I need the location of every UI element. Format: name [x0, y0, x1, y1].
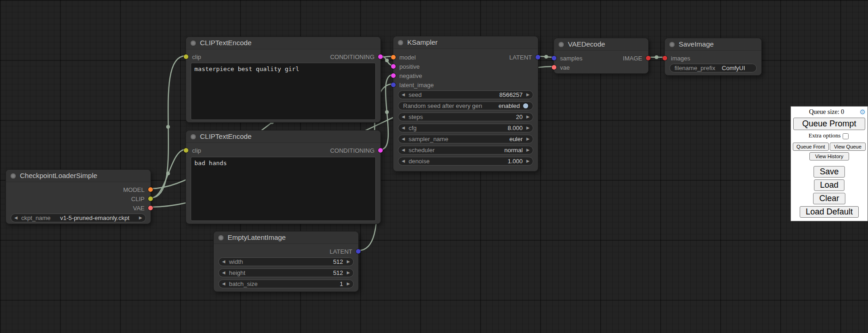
output-port-conditioning[interactable] [378, 148, 383, 153]
queue-front-button[interactable]: Queue Front [793, 143, 829, 151]
node-clip-text-encode-negative[interactable]: CLIPTextEncode clip CONDITIONING bad han… [186, 130, 381, 224]
increment-icon[interactable]: ▶ [347, 268, 350, 277]
node-title: KSampler [407, 38, 438, 46]
node-title-bar[interactable]: CLIPTextEncode [186, 37, 380, 49]
node-title-bar[interactable]: VAEDecode [554, 38, 648, 51]
decrement-icon[interactable]: ◀ [222, 268, 225, 277]
input-port-latent-image[interactable] [391, 83, 396, 87]
combo-prev-icon[interactable]: ◀ [402, 135, 405, 143]
input-port-images[interactable] [663, 56, 667, 60]
output-port-image[interactable] [646, 56, 651, 60]
extra-options-checkbox[interactable] [843, 133, 849, 139]
increment-icon[interactable]: ▶ [526, 157, 530, 166]
batch-size-widget[interactable]: ◀ batch_size 1 ▶ [218, 279, 354, 288]
node-title: CLIPTextEncode [200, 132, 252, 140]
widget-value: 8.000 [508, 125, 523, 131]
input-port-model[interactable] [391, 55, 396, 59]
slot-row: images [665, 54, 761, 63]
slot-row: latent_image [393, 80, 538, 89]
input-port-vae[interactable] [552, 65, 556, 70]
node-empty-latent-image[interactable]: EmptyLatentImage LATENT ◀ width 512 ▶ ◀ … [213, 231, 359, 292]
ckpt-name-widget[interactable]: ◀ ckpt_name v1-5-pruned-emaonly.ckpt ▶ [11, 214, 146, 222]
filename-prefix-widget[interactable]: filename_prefix ComfyUI [669, 64, 757, 72]
collapse-dot-icon[interactable] [669, 42, 675, 47]
collapse-dot-icon[interactable] [559, 42, 564, 47]
input-label-clip: clip [192, 147, 201, 154]
input-port-positive[interactable] [391, 64, 396, 69]
collapse-dot-icon[interactable] [218, 235, 223, 240]
view-history-button[interactable]: View History [809, 152, 850, 161]
combo-next-icon[interactable]: ▶ [526, 135, 530, 143]
node-save-image[interactable]: SaveImage images filename_prefix ComfyUI [664, 38, 762, 76]
output-port-model[interactable] [148, 187, 153, 192]
sampler-name-widget[interactable]: ◀ sampler_name euler ▶ [398, 135, 533, 143]
increment-icon[interactable]: ▶ [347, 257, 350, 266]
node-title-bar[interactable]: SaveImage [665, 38, 761, 51]
clear-button[interactable]: Clear [813, 193, 845, 204]
increment-icon[interactable]: ▶ [526, 113, 530, 121]
load-button[interactable]: Load [814, 179, 844, 191]
output-label-conditioning: CONDITIONING [330, 54, 374, 60]
input-port-clip[interactable] [184, 54, 188, 59]
extra-options-label: Extra options [808, 132, 841, 139]
save-button[interactable]: Save [814, 166, 844, 178]
decrement-icon[interactable]: ◀ [402, 90, 405, 99]
widget-label: width [229, 258, 243, 265]
collapse-dot-icon[interactable] [398, 40, 403, 45]
node-vae-decode[interactable]: VAEDecode samples IMAGE vae [554, 38, 649, 74]
input-port-samples[interactable] [552, 56, 556, 60]
slot-row: vae [554, 63, 648, 72]
decrement-icon[interactable]: ◀ [402, 113, 405, 121]
load-default-button[interactable]: Load Default [800, 206, 859, 218]
node-ksampler[interactable]: KSampler model LATENT positive negative … [393, 36, 538, 172]
steps-widget[interactable]: ◀ steps 20 ▶ [398, 113, 533, 121]
view-queue-button[interactable]: View Queue [830, 143, 866, 151]
input-label-clip: clip [192, 54, 201, 60]
width-widget[interactable]: ◀ width 512 ▶ [218, 257, 354, 266]
collapse-dot-icon[interactable] [191, 134, 196, 139]
height-widget[interactable]: ◀ height 512 ▶ [218, 268, 354, 277]
input-port-clip[interactable] [184, 148, 188, 153]
denoise-widget[interactable]: ◀ denoise 1.000 ▶ [398, 157, 533, 166]
output-port-conditioning[interactable] [378, 54, 383, 59]
node-graph-canvas[interactable]: CheckpointLoaderSimple MODEL CLIP VAE ◀ … [0, 0, 868, 333]
collapse-dot-icon[interactable] [191, 41, 196, 46]
combo-next-icon[interactable]: ▶ [139, 214, 142, 222]
increment-icon[interactable]: ▶ [526, 90, 530, 99]
decrement-icon[interactable]: ◀ [222, 279, 225, 288]
random-seed-toggle-widget[interactable]: Random seed after every gen enabled [398, 101, 533, 110]
decrement-icon[interactable]: ◀ [222, 257, 225, 266]
seed-widget[interactable]: ◀ seed 8566257 ▶ [398, 90, 533, 99]
output-port-latent[interactable] [536, 55, 540, 59]
increment-icon[interactable]: ▶ [526, 124, 530, 132]
output-port-latent[interactable] [356, 249, 361, 254]
combo-prev-icon[interactable]: ◀ [402, 146, 405, 155]
node-title-bar[interactable]: CheckpointLoaderSimple [6, 170, 151, 182]
input-port-negative[interactable] [391, 73, 396, 78]
node-title-bar[interactable]: KSampler [393, 36, 538, 49]
combo-prev-icon[interactable]: ◀ [14, 214, 18, 222]
widget-label: denoise [409, 158, 430, 165]
decrement-icon[interactable]: ◀ [402, 124, 405, 132]
widget-value: 512 [333, 269, 343, 276]
increment-icon[interactable]: ▶ [347, 279, 350, 288]
input-label-positive: positive [399, 63, 420, 70]
queue-size-label: Queue size: 0 [794, 108, 860, 116]
negative-prompt-textarea[interactable]: bad hands [191, 157, 376, 221]
node-clip-text-encode-positive[interactable]: CLIPTextEncode clip CONDITIONING masterp… [186, 36, 381, 123]
node-title-bar[interactable]: CLIPTextEncode [186, 131, 380, 143]
settings-gear-icon[interactable]: ⚙ [860, 109, 866, 115]
queue-prompt-button[interactable]: Queue Prompt [793, 118, 865, 130]
output-port-clip[interactable] [148, 196, 153, 201]
scheduler-widget[interactable]: ◀ scheduler normal ▶ [398, 146, 533, 155]
node-checkpoint-loader-simple[interactable]: CheckpointLoaderSimple MODEL CLIP VAE ◀ … [6, 169, 151, 224]
collapse-dot-icon[interactable] [11, 173, 16, 178]
cfg-widget[interactable]: ◀ cfg 8.000 ▶ [398, 124, 533, 132]
node-title-bar[interactable]: EmptyLatentImage [214, 232, 358, 244]
decrement-icon[interactable]: ◀ [402, 157, 405, 166]
positive-prompt-textarea[interactable]: masterpiece best quality girl [191, 63, 376, 120]
toggle-enabled-icon[interactable] [523, 103, 528, 108]
combo-next-icon[interactable]: ▶ [526, 146, 530, 155]
output-port-vae[interactable] [148, 206, 153, 210]
link-midpoint-dot [385, 59, 389, 62]
